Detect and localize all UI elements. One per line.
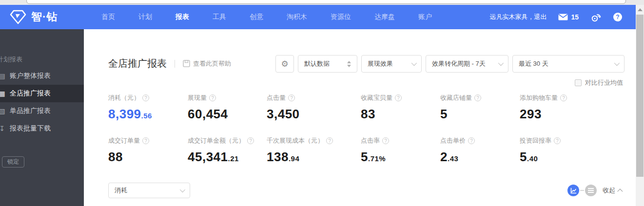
sidebar-item-label: 账户整体报表 xyxy=(10,72,51,80)
effect-type-select[interactable]: 展现效果 xyxy=(361,55,422,73)
metric-cell: 点击单价 ? 2.43 xyxy=(440,136,520,167)
nav-item[interactable]: 工具 xyxy=(201,13,238,21)
metrics-grid: 消耗（元） ? 8,399.56 展现量 ? 60,454 点击量 ? 3,45… xyxy=(108,94,625,167)
toggle-separator xyxy=(580,190,584,191)
nav-item[interactable]: 创意 xyxy=(238,13,275,21)
sidebar-item[interactable]: ↧ 报表批量下载 xyxy=(0,120,84,137)
sidebar-section-plan-reports: 计划报表 xyxy=(0,52,84,67)
top-navbar: 智·钻 首页 计划 报表 工具 创意 淘积木 资源位 达摩盘 账户 远凡实木家具… xyxy=(0,5,636,29)
data-mode-select[interactable]: 默认数据 xyxy=(298,55,357,73)
question-tooltip-icon[interactable]: ? xyxy=(247,137,254,144)
settings-gear-button[interactable]: ⚙ xyxy=(275,55,294,73)
metric-value: 5.40 xyxy=(520,150,625,165)
filter-controls: ⚙ 默认数据 展现效果 效果转化周期 - 7天 最近 30 天 xyxy=(275,55,624,73)
table-view-toggle[interactable] xyxy=(585,185,597,196)
nav-item[interactable]: 账户 xyxy=(407,13,444,21)
metric-value-int: 5 xyxy=(520,150,527,164)
metric-cell: 成交订单金额（元） ? 45,341.21 xyxy=(188,136,267,167)
sidebar-item[interactable]: ▧ 单品推广报表 xyxy=(0,102,84,120)
question-tooltip-icon[interactable]: ? xyxy=(382,137,389,144)
chevron-down-icon xyxy=(614,60,620,66)
metric-label: 点击单价 ? xyxy=(440,136,520,145)
line-chart-icon xyxy=(570,187,577,194)
metric-value-decimal: .21 xyxy=(228,154,239,163)
metric-cell: 添加购物车量 ? 293 xyxy=(520,94,625,124)
nav-item[interactable]: 报表 xyxy=(164,13,201,21)
vertical-scrollbar[interactable] xyxy=(636,5,644,206)
page-help-link[interactable]: 查看此页帮助 xyxy=(183,59,231,68)
collapse-control[interactable]: 收起 xyxy=(603,186,623,195)
sidebar-item[interactable]: ▦ 全店推广报表 xyxy=(0,85,84,102)
chart-view-toggles: 收起 xyxy=(567,185,623,196)
chart-metric-value: 消耗 xyxy=(115,186,174,195)
metric-label-text: 收藏店铺量 xyxy=(440,94,472,102)
metric-value-decimal: .56 xyxy=(141,112,152,120)
metric-value-int: 83 xyxy=(361,107,375,121)
nav-item[interactable]: 达摩盘 xyxy=(363,13,407,21)
compare-industry-checkbox[interactable] xyxy=(575,79,582,86)
question-tooltip-icon[interactable]: ? xyxy=(326,137,333,144)
metric-value-int: 293 xyxy=(520,107,542,121)
question-tooltip-icon[interactable]: ? xyxy=(395,94,402,101)
scrollbar-up-arrow-icon[interactable] xyxy=(638,8,643,11)
mail-notification[interactable]: 15 xyxy=(558,13,579,21)
metric-label-text: 成交订单金额（元） xyxy=(188,136,245,145)
question-tooltip-icon[interactable]: ? xyxy=(554,137,561,144)
account-logout-link[interactable]: 远凡实木家具，退出 xyxy=(489,13,546,21)
chevron-up-icon xyxy=(617,188,623,194)
metric-value-decimal: .71% xyxy=(368,154,386,163)
metric-value: 45,341.21 xyxy=(188,150,267,165)
conversion-period-select[interactable]: 效果转化周期 - 7天 xyxy=(426,55,508,73)
nav-item[interactable]: 淘积木 xyxy=(275,13,319,21)
metric-value: 2.43 xyxy=(440,150,520,165)
metric-label-text: 千次展现成本（元） xyxy=(267,136,324,145)
metric-cell: 投资回报率 ? 5.40 xyxy=(520,136,625,167)
question-tooltip-icon[interactable]: ? xyxy=(560,94,567,101)
report-icon: ▦ xyxy=(0,90,6,97)
help-book-icon xyxy=(183,60,190,67)
compare-industry-checkbox-row[interactable]: 对比行业均值 xyxy=(575,78,623,87)
metric-cell: 收藏宝贝量 ? 83 xyxy=(361,94,440,124)
help-link-label: 查看此页帮助 xyxy=(193,59,231,68)
line-chart-view-toggle[interactable] xyxy=(567,185,579,196)
metric-value-decimal: .94 xyxy=(289,154,299,163)
date-range-select[interactable]: 最近 30 天 xyxy=(512,55,624,73)
metric-value: 3,450 xyxy=(267,107,361,122)
metric-value-int: 5 xyxy=(440,107,448,121)
metric-value-decimal: .43 xyxy=(448,154,458,163)
question-tooltip-icon[interactable]: ? xyxy=(142,94,149,101)
metric-value-int: 2 xyxy=(440,150,448,164)
nav-item[interactable]: 首页 xyxy=(90,13,127,21)
question-tooltip-icon[interactable]: ? xyxy=(474,94,481,101)
scrollbar-thumb[interactable] xyxy=(636,15,644,177)
metric-value-int: 8,399 xyxy=(108,107,141,121)
metric-label-text: 成交订单量 xyxy=(108,136,140,145)
question-tooltip-icon[interactable]: ? xyxy=(288,94,295,101)
lock-button[interactable]: 锁定 xyxy=(2,156,24,168)
mail-icon xyxy=(558,14,568,20)
page-header: 全店推广报表 查看此页帮助 xyxy=(108,57,231,70)
header-divider xyxy=(175,60,175,68)
metric-cell: 点击率 ? 5.71% xyxy=(361,136,440,167)
nav-item[interactable]: 计划 xyxy=(127,13,164,21)
weibo-icon[interactable] xyxy=(590,12,602,22)
metric-value-int: 60,454 xyxy=(188,107,228,121)
chevron-down-icon xyxy=(411,60,417,66)
list-icon xyxy=(588,188,594,193)
sidebar-item[interactable]: ▤ 账户整体报表 xyxy=(0,67,84,85)
metric-label-text: 消耗（元） xyxy=(108,94,140,102)
sidebar-item-label: 全店推广报表 xyxy=(10,89,51,98)
help-icon[interactable]: ? xyxy=(613,13,622,21)
nav-item[interactable]: 资源位 xyxy=(319,13,363,21)
metric-value: 5.71% xyxy=(361,150,440,165)
question-tooltip-icon[interactable]: ? xyxy=(468,137,475,144)
chevron-down-icon xyxy=(180,187,185,192)
metric-value: 5 xyxy=(440,107,520,122)
metric-label-text: 点击单价 xyxy=(440,136,466,145)
question-tooltip-icon[interactable]: ? xyxy=(209,94,216,101)
chart-metric-select[interactable]: 消耗 xyxy=(108,183,190,198)
metric-value-int: 138 xyxy=(267,150,289,164)
app-logo[interactable]: 智·钻 xyxy=(10,10,83,24)
question-tooltip-icon[interactable]: ? xyxy=(142,137,149,144)
metric-value: 88 xyxy=(108,150,188,165)
